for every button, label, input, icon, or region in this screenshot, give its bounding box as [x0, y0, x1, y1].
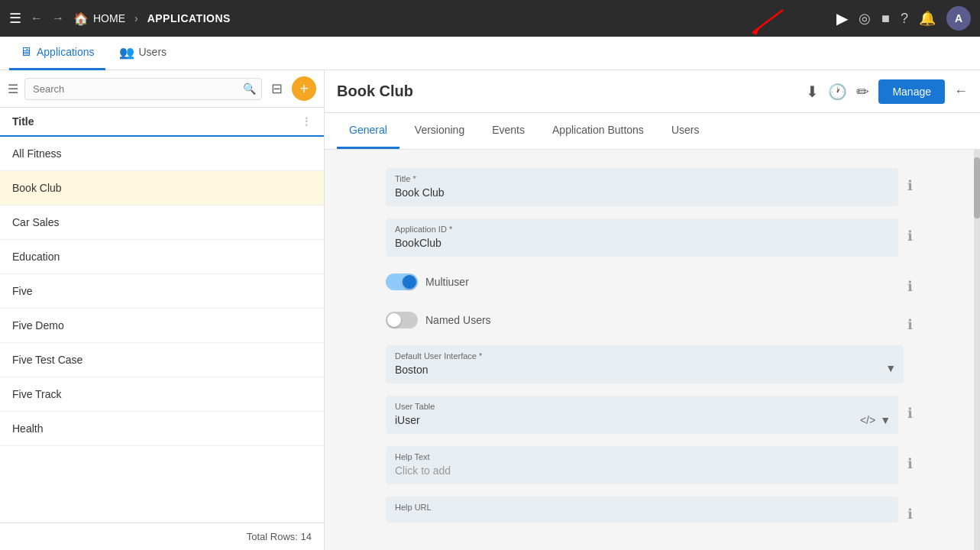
help-url-row: Help URL ℹ [386, 497, 913, 522]
search-icon[interactable]: 🔍 [243, 82, 256, 95]
user-table-value: iUser [395, 414, 889, 426]
sidebar-item-five[interactable]: Five [0, 274, 324, 309]
sidebar-item-education[interactable]: Education [0, 240, 324, 274]
download-icon[interactable]: ⬇ [806, 82, 819, 101]
nav-current-page: APPLICATIONS [147, 12, 231, 24]
sidebar-header: Title ⋮ [0, 108, 324, 137]
help-text-placeholder: Click to add [395, 464, 889, 477]
add-button[interactable]: + [292, 76, 316, 101]
tab-applications[interactable]: 🖥 Applications [9, 37, 105, 70]
sidebar-column-title: Title [12, 115, 34, 128]
content-tabs: General Versioning Events Application Bu… [325, 113, 980, 150]
default-ui-value: Boston [395, 364, 894, 376]
help-url-label: Help URL [395, 503, 889, 512]
search-wrap: 🔍 [24, 78, 262, 100]
help-url-field[interactable]: Help URL [386, 497, 898, 522]
multiuser-help-icon[interactable]: ℹ [907, 278, 913, 295]
users-tab-label: Users [139, 46, 167, 58]
users-tab-icon: 👥 [119, 45, 134, 60]
form-area: Title * Book Club ℹ Application ID * Boo… [325, 150, 974, 550]
multiuser-row: Multiuser ℹ [386, 269, 913, 295]
sidebar-item-health[interactable]: Health [0, 412, 324, 446]
sub-tab-bar: 🖥 Applications 👥 Users [0, 37, 980, 70]
help-text-label: Help Text [395, 452, 889, 461]
title-field-row: Title * Book Club ℹ [386, 168, 913, 206]
named-users-toggle-knob [387, 313, 401, 327]
app-id-field-row: Application ID * BookClub ℹ [386, 218, 913, 257]
sidebar-item-book-club[interactable]: Book Club [0, 171, 324, 205]
sidebar-item-five-test-case[interactable]: Five Test Case [0, 343, 324, 377]
search-target-icon[interactable]: ◎ [859, 10, 871, 27]
edit-icon[interactable]: ✏ [856, 82, 869, 101]
user-table-row: User Table iUser </> ▼ ℹ [386, 396, 913, 434]
back-arrow-icon[interactable]: ← [31, 11, 43, 25]
multiuser-toggle-knob [403, 275, 416, 289]
named-users-toggle-wrap: Named Users [386, 312, 898, 328]
play-icon[interactable]: ▶ [836, 9, 848, 28]
default-ui-row: Default User Interface * Boston ▼ [386, 345, 913, 383]
sidebar-item-five-demo[interactable]: Five Demo [0, 309, 324, 343]
scrollbar-thumb[interactable] [974, 157, 980, 218]
tab-users[interactable]: Users [659, 113, 712, 149]
stop-icon[interactable]: ■ [881, 11, 890, 27]
user-table-dropdown-icon[interactable]: ▼ [880, 414, 891, 426]
nav-separator: › [134, 12, 138, 24]
help-text-row: Help Text Click to add ℹ [386, 446, 913, 484]
multiuser-toggle[interactable] [386, 273, 418, 290]
title-field[interactable]: Title * Book Club [386, 168, 898, 206]
search-input[interactable] [24, 78, 262, 100]
vertical-scrollbar[interactable] [974, 150, 980, 550]
tab-events[interactable]: Events [480, 113, 537, 149]
app-id-label: Application ID * [395, 225, 889, 234]
tab-versioning[interactable]: Versioning [403, 113, 477, 149]
app-id-help-icon[interactable]: ℹ [907, 228, 913, 244]
named-users-label: Named Users [425, 314, 491, 326]
default-ui-label: Default User Interface * [395, 351, 894, 361]
content-title: Book Club [337, 82, 797, 100]
tab-general[interactable]: General [337, 113, 399, 149]
tab-users[interactable]: 👥 Users [108, 37, 178, 70]
named-users-toggle[interactable] [386, 312, 418, 328]
manage-button[interactable]: Manage [878, 79, 945, 104]
help-text-help-icon[interactable]: ℹ [907, 455, 913, 472]
multiuser-label: Multiuser [425, 276, 469, 288]
hamburger-icon[interactable]: ☰ [9, 10, 21, 27]
app-id-value: BookClub [395, 237, 889, 249]
home-label: HOME [93, 12, 125, 24]
tab-application-buttons[interactable]: Application Buttons [540, 113, 656, 149]
user-table-field[interactable]: User Table iUser </> ▼ [386, 396, 898, 434]
home-link[interactable]: 🏠 HOME [73, 11, 125, 26]
user-table-help-icon[interactable]: ℹ [907, 405, 913, 422]
title-field-value: Book Club [395, 186, 889, 199]
view-toggle-icon[interactable]: ⊟ [268, 77, 286, 100]
named-users-help-icon[interactable]: ℹ [907, 316, 913, 333]
help-text-field[interactable]: Help Text Click to add [386, 446, 898, 484]
help-url-help-icon[interactable]: ℹ [907, 506, 913, 522]
history-icon[interactable]: 🕐 [828, 82, 847, 101]
default-ui-dropdown-icon[interactable]: ▼ [885, 362, 896, 374]
sidebar-item-car-sales[interactable]: Car Sales [0, 205, 324, 240]
header-actions: ⬇ 🕐 ✏ Manage ← [806, 79, 968, 104]
sidebar-item-all-fitness[interactable]: All Fitness [0, 137, 324, 171]
help-icon[interactable]: ? [901, 11, 908, 27]
main-layout: ☰ 🔍 ⊟ + Title ⋮ All Fitness Book Club Ca… [0, 70, 980, 550]
content-back-icon[interactable]: ← [954, 83, 968, 99]
multiuser-toggle-wrap: Multiuser [386, 273, 898, 290]
forward-arrow-icon[interactable]: → [52, 11, 64, 25]
sidebar-resize-handle[interactable]: ⋮ [301, 115, 312, 128]
user-table-code-icon[interactable]: </> [860, 414, 875, 426]
title-help-icon[interactable]: ℹ [907, 177, 913, 194]
user-table-label: User Table [395, 402, 889, 411]
named-users-row: Named Users ℹ [386, 307, 913, 333]
sidebar-item-five-track[interactable]: Five Track [0, 377, 324, 412]
user-avatar[interactable]: A [946, 6, 971, 31]
top-navigation: ☰ ← → 🏠 HOME › APPLICATIONS ▶ ◎ ■ ? 🔔 A [0, 0, 980, 37]
sidebar-list: All Fitness Book Club Car Sales Educatio… [0, 137, 324, 522]
app-id-field[interactable]: Application ID * BookClub [386, 218, 898, 257]
home-icon: 🏠 [73, 11, 89, 26]
applications-tab-label: Applications [37, 46, 95, 58]
sidebar-toolbar: ☰ 🔍 ⊟ + [0, 70, 324, 108]
default-ui-field[interactable]: Default User Interface * Boston ▼ [386, 345, 904, 383]
notifications-icon[interactable]: 🔔 [919, 10, 936, 27]
filter-icon[interactable]: ☰ [8, 82, 18, 96]
